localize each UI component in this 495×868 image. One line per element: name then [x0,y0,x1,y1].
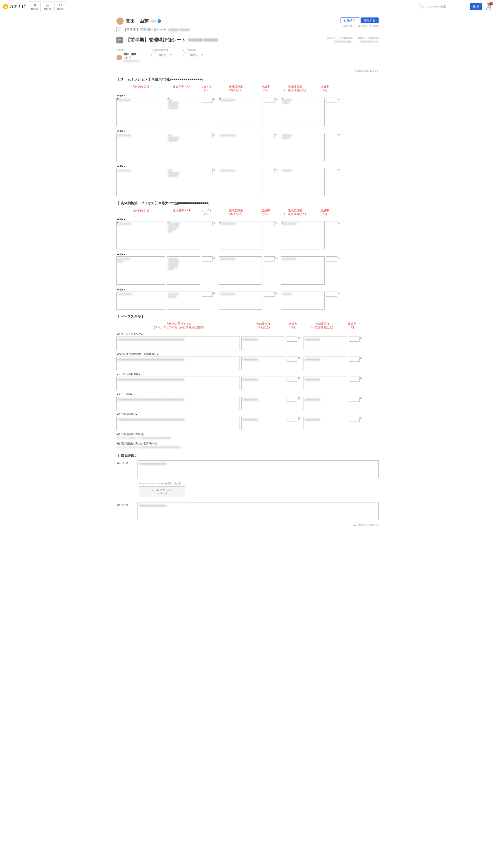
first-eval-input[interactable]: ■■■■■■■■■■■■ [281,98,325,126]
first-label: 一次評価者 [184,49,196,51]
self-eval-input[interactable]: ■■■■■■■■■■■ [219,133,262,161]
rate1-input[interactable] [264,133,275,138]
goal-input[interactable]: ■■■ ■■■■■■■■■ [116,256,165,285]
target-label: 対象者 [116,49,141,52]
rate-input[interactable] [349,357,360,362]
first-eval-input[interactable]: ■■■■■■■■■■■■ [281,133,325,161]
weight-input[interactable] [202,221,212,226]
weight-input[interactable] [202,133,212,138]
rate1-input[interactable] [264,98,275,103]
skill-focus-input[interactable]: ■■■■■■■■■■■■■■■■■■■■■■■■■■■■■■■■■■■■■■■ [116,417,240,430]
skill-self-input[interactable]: ■■■■■■■■■ [241,396,285,410]
weight-input[interactable] [202,98,212,103]
rate-input[interactable] [349,417,360,422]
todo-button[interactable]: 1 To Do [486,3,492,11]
skill-self-input[interactable]: ■■■■■■■■■ [241,377,285,390]
rate2-input[interactable] [326,291,337,297]
skill-focus-input[interactable]: ■■■■■■■■■■■■■■■■■■■■■■■■■■■■■■■■■■■■■■■ [116,377,240,390]
overall-boss-input[interactable]: ■■■■■■■■■■■■■■■■ [137,502,379,520]
first-select[interactable]: 選択なし ▼ [190,53,203,57]
rate1-input[interactable] [264,168,275,173]
confirm-button[interactable]: 確定する [361,17,379,23]
rate-input[interactable] [349,396,360,402]
link2-url[interactable]: https://docs.google.com/■■■■■■■■■■■■■■■■… [116,446,379,448]
first-eval-input[interactable]: ■■■■ ■■■■■■ [281,221,325,249]
weight-input[interactable] [202,168,212,173]
self-eval-input[interactable]: ■■■■■■■■■■■ [219,168,262,196]
rate1-input[interactable] [264,291,275,297]
overall-self-input[interactable]: ■■■■■■■■■■■■■■■■ [137,460,379,478]
first-eval-input[interactable]: ■■■■■■■ [281,291,325,309]
skill2-label: ●theory of constraints（全体最適）● [116,352,379,356]
self-eval-input[interactable]: ■■■■■■■■■■■ [219,98,262,126]
prev-doc-line[interactable]: 目 【前半期】管理職評価シート_ ■■■■■-■■■■■ [116,26,341,33]
skill-first-input[interactable]: ■■■■■■■■■ [304,377,347,390]
link2-label: ■営業部行動指針9か条(営業職のみ) [116,442,379,445]
th-first: 達成度評価 (一次評価者記入) [273,84,317,93]
skill-self-input[interactable]: ■■■■■■■■■ [241,357,285,370]
goal-input[interactable]: ■■■ ■■■■■■ [116,98,165,126]
goal-input[interactable]: ■■■ ■■■■■■ [116,168,165,196]
link1-url[interactable]: https://www.■■■■■.co.jp/■■■/■■■■■■■■■■■■… [116,437,379,439]
skill-self-input[interactable]: ■■■■■■■■■ [241,417,285,430]
rate1-input[interactable] [264,221,275,226]
self-eval-input[interactable]: ■■■■■■■■■■■ [219,256,262,285]
rate1-input[interactable] [264,256,275,262]
rate2-input[interactable] [326,98,337,103]
skill-focus-input[interactable]: ■■■■■■■■■■■■■■■■■■■■■■■■■■■■■■■■■■■■■■■ [116,396,240,410]
skill-first-input[interactable]: ■■■■■■■■■ [304,396,347,410]
kpi-input[interactable]: ■■■■■■■■■■■■■■■■■■■■■■■■■■■■■■■■■ [167,256,200,285]
kpi-input[interactable]: ■■■ ■■■■■■■■■■ [167,291,200,309]
kpi-input[interactable]: ■■■■■■■■■■■■■■■■■■ [167,168,200,196]
rate-input[interactable] [287,337,297,342]
kpi-input[interactable]: ■■■ ■■■■■■■■■ ■■■■■■■■■■■■ [167,221,200,249]
skill-focus-input[interactable]: ■■■■■■■■■■■■■■■■■■■■■■■■■■■■■■■■■■■■■■■ [116,357,240,370]
search-button[interactable]: 検 索 [470,3,482,10]
weight-input[interactable] [202,256,212,262]
weight-input[interactable] [202,291,212,297]
goal-input[interactable]: ■■■ ■■■■■■■ [116,291,165,309]
status-rel: 日前 [348,40,353,43]
rate-input[interactable] [287,357,297,362]
first-eval-input[interactable]: ■■■■■■■■■■ [281,256,325,285]
stage-breadcrumb: 自己評価▸ 一次評価▸ 最終評価 [341,24,379,28]
skill-head: 具体的に重視する点 (スキルアップするために取り組む内容) 達成度評価 (本人記… [116,321,379,330]
rate-input[interactable] [287,396,297,402]
rate-input[interactable] [287,377,297,382]
kpi-input[interactable]: ■■■■■■■■■■■■■■■■■■ [167,133,200,161]
rate2-input[interactable] [326,133,337,138]
skill-self-input[interactable]: ■■■■■■■■■ [241,337,285,350]
person-row: 真田 由芽 ■■■ ✓ [116,16,341,26]
data-meta: 最終データ更新日時 ■■/■■ ■■:■■ 今日 [358,37,379,43]
search-input[interactable] [424,5,470,8]
goal-input[interactable]: ■■■ ■■■■■■ [116,133,165,161]
skill-focus-input[interactable]: ■■■■■■■■■■■■■■■■■■■■■■■■■■■■■■■■■■■■■■■ [116,337,240,350]
rate2-input[interactable] [326,221,337,226]
rate-input[interactable] [287,417,297,422]
skill-first-input[interactable]: ■■■■■■■■■ [304,337,347,350]
kpi-input[interactable]: ■■■■■■■■■■■■■■■■■■■■■■■■■ [167,98,200,126]
final-assignee: 最終評価者(社長) 選択なし ▼ [151,49,172,63]
rate-input[interactable] [349,337,360,342]
process-title: 【 具体的施策・プロセス 】※最大3つ迄(■■■■■■■■■■■■■■■) [116,201,379,206]
file-dropzone[interactable]: ここにファイルを ドロップ [139,486,185,497]
final-avatar[interactable] [151,52,157,58]
target-avatar[interactable] [116,55,122,60]
rate-input[interactable] [349,377,360,382]
avatar[interactable] [116,17,124,25]
goal-input[interactable]: ■■■ ■■■■■■ [116,221,165,249]
self-eval-input[interactable]: ■■■■■■■■■■■ [219,291,262,309]
first-eval-input[interactable]: ■■■■■■■ [281,168,325,196]
first-avatar[interactable] [183,52,188,58]
skill-first-input[interactable]: ■■■■■■■■■ [304,417,347,430]
menu-button[interactable]: MENU [41,1,53,12]
home-button[interactable]: HOME [29,1,40,12]
rate2-input[interactable] [326,168,337,173]
rate2-input[interactable] [326,256,337,262]
final-select[interactable]: 選択なし ▼ [158,53,172,57]
logo[interactable]: ◐ カオナビ [3,4,26,9]
self-eval-input[interactable]: ■■■■■■■■■■■ [219,221,262,249]
skill-first-input[interactable]: ■■■■■■■■■ [304,357,347,370]
download-button[interactable]: 帳票DL [341,17,359,23]
setup-button[interactable]: SETUP [54,1,66,12]
